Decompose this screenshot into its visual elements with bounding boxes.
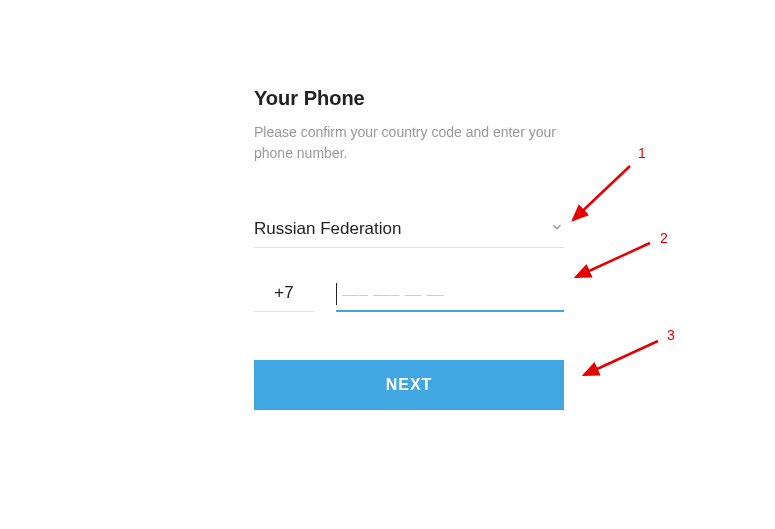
page-title: Your Phone: [254, 87, 564, 110]
svg-line-3: [576, 243, 650, 277]
svg-line-1: [573, 166, 630, 220]
phone-input-wrapper[interactable]: ––– ––– –– ––: [336, 283, 564, 312]
annotation-label-2: 2: [660, 230, 668, 246]
phone-input[interactable]: [336, 283, 564, 303]
page-subtitle: Please confirm your country code and ent…: [254, 122, 564, 164]
annotation-arrow-3: [576, 335, 666, 383]
chevron-down-icon: [550, 220, 564, 238]
next-button[interactable]: NEXT: [254, 360, 564, 410]
svg-line-5: [584, 341, 658, 375]
annotation-label-3: 3: [667, 327, 675, 343]
text-cursor: [336, 283, 337, 305]
annotation-arrow-1: [565, 158, 640, 228]
annotation-arrow-2: [568, 237, 658, 285]
country-code[interactable]: +7: [254, 283, 314, 312]
country-name: Russian Federation: [254, 219, 401, 239]
phone-row: +7 ––– ––– –– ––: [254, 283, 564, 312]
country-selector[interactable]: Russian Federation: [254, 219, 564, 248]
